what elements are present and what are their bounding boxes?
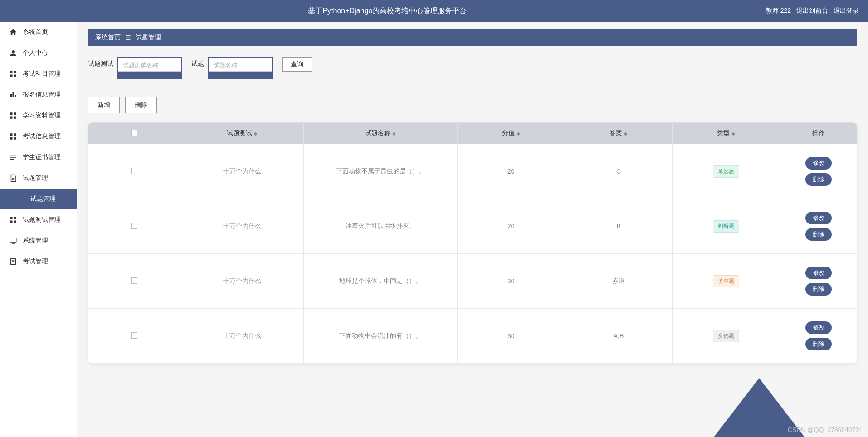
sidebar-item-3[interactable]: 报名信息管理 — [0, 84, 77, 105]
sidebar-item-label: 试题管理 — [30, 195, 56, 203]
filter-group-test: 试题测试 — [88, 57, 182, 79]
input-wrap — [117, 57, 182, 79]
sidebar-item-label: 系统管理 — [23, 237, 48, 245]
th-type[interactable]: 类型◆ — [673, 123, 780, 144]
breadcrumb: 系统首页 ☰ 试题管理 — [88, 29, 857, 46]
sort-icon: ◆ — [254, 131, 258, 136]
sidebar-item-9[interactable]: 试题测试管理 — [0, 209, 77, 230]
row-delete-button[interactable]: 删除 — [805, 173, 832, 186]
breadcrumb-home[interactable]: 系统首页 — [95, 34, 121, 42]
cell-op: 修改 删除 — [780, 309, 857, 364]
type-tag: 多选题 — [713, 330, 739, 342]
row-checkbox[interactable] — [131, 168, 137, 174]
sidebar-item-label: 学习资料管理 — [23, 112, 61, 120]
type-tag: 填空题 — [713, 275, 739, 287]
add-button[interactable]: 新增 — [88, 97, 120, 113]
sidebar-item-5[interactable]: 考试信息管理 — [0, 126, 77, 147]
th-name[interactable]: 试题名称◆ — [303, 123, 457, 144]
svg-rect-17 — [10, 221, 12, 223]
cell-name: 油着火后可以用水扑灭。 — [303, 199, 457, 254]
type-tag: 单选题 — [713, 165, 739, 178]
sidebar-item-0[interactable]: 系统首页 — [0, 22, 77, 43]
cell-test: 十万个为什么 — [180, 144, 303, 199]
cell-op: 修改 删除 — [780, 254, 857, 309]
watermark-text: CSDN @QQ_3786649731 — [788, 426, 863, 433]
row-checkbox[interactable] — [131, 332, 137, 339]
table-row: 十万个为什么 油着火后可以用水扑灭。 20 B 判断题 修改 删除 — [88, 199, 857, 254]
sidebar-item-8[interactable]: 试题管理 — [0, 189, 77, 209]
select-all-checkbox[interactable] — [131, 130, 137, 136]
header-right: 教师 222 退出到前台 退出登录 — [766, 7, 859, 15]
svg-rect-2 — [10, 75, 12, 77]
logout-front-link[interactable]: 退出到前台 — [796, 7, 828, 15]
cell-op: 修改 删除 — [780, 199, 857, 254]
svg-rect-3 — [14, 75, 16, 77]
cell-answer: A,B — [565, 309, 672, 364]
person-icon — [9, 49, 17, 57]
sidebar-item-6[interactable]: 学生证书管理 — [0, 147, 77, 168]
sidebar-item-7[interactable]: 试题管理 — [0, 168, 77, 189]
table-row: 十万个为什么 地球是个球体，中间是（）。 30 赤道 填空题 修改 删除 — [88, 254, 857, 309]
th-test[interactable]: 试题测试◆ — [180, 123, 303, 144]
sidebar-item-label: 考试管理 — [23, 257, 48, 266]
sort-icon: ◆ — [624, 131, 628, 136]
sidebar-item-10[interactable]: 系统管理 — [0, 230, 77, 251]
th-score[interactable]: 分值◆ — [457, 123, 565, 144]
filter-name-label: 试题 — [191, 57, 204, 68]
app-header: 基于Python+Django的高校考培中心管理服务平台 教师 222 退出到前… — [0, 0, 868, 22]
cell-score: 20 — [457, 199, 565, 254]
sidebar-item-11[interactable]: 考试管理 — [0, 251, 77, 272]
sys-icon — [9, 237, 17, 245]
sidebar-item-label: 学生证书管理 — [23, 153, 61, 161]
sort-icon: ◆ — [731, 131, 735, 136]
cert-icon — [9, 153, 17, 161]
delete-button[interactable]: 删除 — [125, 97, 157, 113]
th-answer[interactable]: 答案◆ — [565, 123, 672, 144]
sidebar-item-label: 试题测试管理 — [23, 216, 61, 224]
sidebar-item-2[interactable]: 考试科目管理 — [0, 63, 77, 84]
svg-rect-9 — [10, 117, 12, 119]
sidebar-item-1[interactable]: 个人中心 — [0, 43, 77, 63]
cell-type: 多选题 — [673, 309, 780, 364]
sidebar-item-label: 试题管理 — [23, 174, 48, 182]
svg-rect-4 — [10, 94, 12, 98]
svg-rect-16 — [14, 217, 16, 219]
svg-rect-14 — [14, 137, 16, 140]
svg-rect-5 — [13, 92, 14, 97]
sidebar-item-4[interactable]: 学习资料管理 — [0, 105, 77, 126]
edit-button[interactable]: 修改 — [805, 321, 832, 334]
filter-group-name: 试题 — [191, 57, 273, 79]
sort-icon: ◆ — [517, 131, 520, 136]
cell-name: 地球是个球体，中间是（）。 — [303, 254, 457, 309]
row-checkbox[interactable] — [131, 277, 137, 284]
row-delete-button[interactable]: 删除 — [805, 338, 832, 350]
search-button[interactable]: 查询 — [282, 57, 312, 72]
filter-name-input[interactable] — [209, 58, 272, 72]
action-row: 新增 删除 — [88, 97, 857, 113]
exam-icon — [9, 257, 17, 266]
filter-test-input[interactable] — [118, 58, 181, 72]
svg-rect-7 — [10, 112, 12, 115]
sidebar-item-label: 考试科目管理 — [23, 70, 61, 78]
edit-button[interactable]: 修改 — [805, 267, 832, 279]
main-content: 系统首页 ☰ 试题管理 试题测试 试题 查询 新增 删除 ↖ — [77, 22, 868, 437]
grid-icon — [9, 70, 17, 78]
user-label[interactable]: 教师 222 — [766, 7, 791, 15]
svg-rect-10 — [14, 117, 16, 119]
grid-icon — [9, 216, 17, 224]
cell-answer: C — [565, 144, 672, 199]
svg-rect-6 — [15, 95, 16, 97]
row-checkbox[interactable] — [131, 223, 137, 229]
bars-icon — [9, 91, 17, 99]
svg-rect-15 — [10, 217, 12, 219]
cell-type: 填空题 — [673, 254, 780, 309]
logout-link[interactable]: 退出登录 — [834, 7, 859, 15]
grid-icon — [9, 132, 17, 141]
row-delete-button[interactable]: 删除 — [805, 283, 832, 296]
row-delete-button[interactable]: 删除 — [805, 228, 832, 241]
th-checkbox — [88, 123, 180, 144]
edit-button[interactable]: 修改 — [805, 157, 832, 170]
sidebar: 系统首页个人中心考试科目管理报名信息管理学习资料管理考试信息管理学生证书管理试题… — [0, 22, 77, 437]
cell-type: 判断题 — [673, 199, 780, 254]
edit-button[interactable]: 修改 — [805, 212, 832, 224]
